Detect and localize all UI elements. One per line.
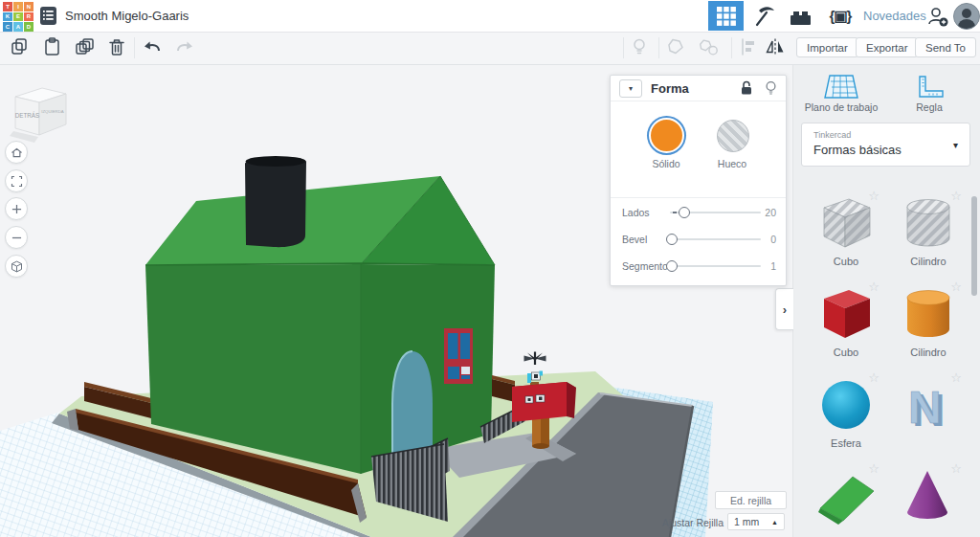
codeblocks-button[interactable]: {▣} [823, 4, 858, 29]
hole-swatch[interactable] [717, 120, 749, 152]
shape-card-cubo-hueco[interactable]: ☆ Cubo [805, 189, 887, 275]
library-category: Formas básicas [813, 143, 902, 157]
ruler-label[interactable]: Regla [896, 101, 963, 113]
library-dropdown[interactable]: Tinkercad Formas básicas ▾ [801, 123, 970, 167]
slider-value-lados: 20 [753, 207, 776, 218]
slider-segmentos[interactable] [670, 265, 761, 267]
snap-grid-value: 1 mm [734, 516, 759, 527]
slider-tick [673, 212, 677, 213]
sidebar-scrollbar[interactable] [971, 196, 977, 296]
plus-icon [10, 202, 24, 216]
snap-grid-label: Ajustar Rejilla [658, 517, 724, 528]
ruler-icon [914, 75, 945, 100]
shape-label: Cubo [805, 347, 887, 358]
tinkercad-app: DETRÁS IZQUIERDA TIN KER CAD Smooth Mige… [0, 0, 980, 537]
sidebar-collapse-tab[interactable]: › [775, 288, 793, 330]
zoom-in-button[interactable] [5, 197, 28, 220]
perspective-toggle-button[interactable] [5, 255, 28, 278]
house-model[interactable] [145, 156, 495, 474]
exportar-button[interactable]: Exportar [856, 37, 918, 57]
ungroup-button[interactable] [697, 35, 720, 58]
chevron-down-icon: ▾ [953, 140, 958, 150]
slider-handle[interactable] [679, 207, 690, 218]
slider-value-segmentos: 1 [753, 260, 776, 272]
minus-icon [10, 231, 24, 245]
invite-person-button[interactable] [924, 4, 951, 29]
solid-label: Sólido [635, 158, 697, 169]
shape-card-scribble[interactable]: ☆ N N [887, 370, 969, 457]
shape-label: Cilindro [887, 256, 969, 267]
shape-label: Cubo [805, 256, 887, 267]
panel-collapse-button[interactable]: ▾ [619, 79, 642, 98]
brick-export-button[interactable] [787, 5, 813, 29]
undo-button[interactable] [142, 35, 165, 58]
shape-label: Esfera [805, 437, 887, 449]
duplicate-button[interactable] [73, 35, 96, 58]
shape-card-esfera[interactable]: ☆ Esfera [805, 370, 887, 457]
viewcube-front-label[interactable]: DETRÁS [15, 111, 40, 119]
slider-value-bevel: 0 [753, 234, 776, 245]
group-button[interactable] [664, 35, 687, 58]
visibility-bulb-icon[interactable] [765, 80, 777, 96]
avatar-silhouette-icon [954, 4, 979, 29]
minecraft-export-button[interactable] [750, 3, 777, 30]
dashboard-grid-button[interactable] [708, 1, 744, 31]
solid-swatch[interactable] [649, 118, 684, 153]
fit-view-icon [10, 174, 24, 189]
align-button[interactable] [737, 35, 760, 58]
workplane-icon [822, 74, 860, 101]
shape-label: Cilindro [887, 347, 969, 358]
window-model [444, 328, 473, 384]
grid-icon [716, 6, 737, 27]
brick-icon [789, 6, 813, 29]
person-add-icon [926, 5, 949, 28]
shape-card-cono[interactable]: ☆ [887, 461, 969, 537]
hole-label: Hueco [702, 158, 763, 169]
redo-button[interactable] [172, 35, 195, 58]
edit-toolbar: Importar Exportar Send To [0, 32, 980, 65]
shape-library-sidebar: Plano de trabajo Regla Tinkercad Formas … [792, 64, 980, 537]
workplane-label[interactable]: Plano de trabajo [798, 101, 884, 113]
workplane-tool[interactable] [822, 74, 860, 101]
caret-up-icon: ▲ [771, 519, 778, 526]
home-view-button[interactable] [5, 141, 28, 164]
tinkercad-logo[interactable]: TIN KER CAD [3, 2, 33, 32]
importar-button[interactable]: Importar [796, 37, 858, 57]
pickaxe-icon [751, 4, 776, 29]
chimney-model [245, 157, 306, 247]
toolbar-separator [134, 37, 135, 58]
viewcube-side-label[interactable]: IZQUIERDA [41, 109, 64, 114]
shape-card-cilindro[interactable]: ☆ Cilindro [887, 280, 969, 366]
slider-bevel[interactable] [670, 238, 761, 240]
edit-grid-button[interactable]: Ed. rejilla [715, 491, 787, 509]
shape-panel-header: ▾ Forma [611, 76, 786, 101]
unlock-icon[interactable] [740, 80, 753, 96]
shape-card-cilindro-hueco[interactable]: ☆ Cilindro [887, 189, 969, 275]
svg-text:N: N [908, 382, 942, 433]
toolbar-separator [658, 37, 659, 58]
novedades-link[interactable]: Novedades [863, 9, 926, 23]
zoom-out-button[interactable] [5, 226, 28, 249]
profile-avatar[interactable] [953, 3, 980, 30]
fit-view-button[interactable] [5, 169, 28, 192]
mirror-button[interactable] [764, 35, 787, 58]
shape-card-cubo[interactable]: ☆ Cubo [805, 280, 887, 366]
snap-grid-select[interactable]: 1 mm ▲ [727, 513, 785, 530]
shape-card-techo[interactable]: ☆ [805, 461, 887, 537]
copy-button[interactable] [8, 35, 31, 58]
cube-icon [10, 259, 24, 274]
home-icon [10, 145, 24, 160]
design-menu-icon[interactable] [40, 7, 56, 25]
paste-button[interactable] [40, 35, 63, 58]
panel-title: Forma [651, 81, 740, 96]
slider-lados[interactable] [670, 212, 761, 213]
send-to-button[interactable]: Send To [915, 37, 976, 57]
slider-handle[interactable] [666, 234, 678, 245]
slider-label-lados: Lados [622, 207, 650, 218]
delete-button[interactable] [105, 35, 128, 58]
show-all-button[interactable] [628, 35, 651, 58]
ruler-tool[interactable] [914, 75, 945, 100]
design-title[interactable]: Smooth Migelo-Gaaris [65, 9, 189, 23]
slider-handle[interactable] [666, 260, 678, 272]
panel-divider [611, 197, 786, 198]
